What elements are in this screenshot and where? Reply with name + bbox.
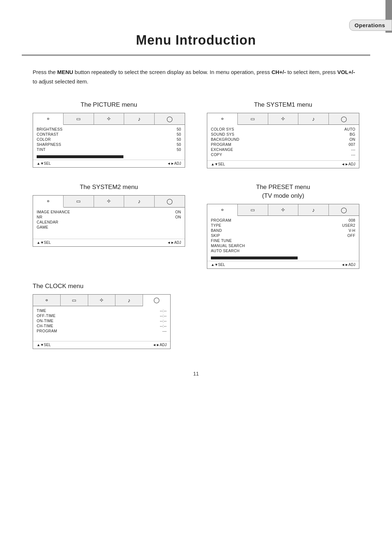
preset-icon-1: ▭ — [238, 204, 268, 216]
table-row: COLOR SYSAUTO — [211, 127, 355, 131]
picture-icon-3: ♪ — [124, 113, 155, 125]
table-row: PROGRAM008 — [211, 218, 355, 222]
operations-tab: Operations — [349, 20, 392, 31]
system2-sel-label: ▲▼SEL — [37, 241, 51, 245]
system1-menu-section: The SYSTEM1 menu ⚬ ▭ ✧ ♪ ◯ COLOR SYSAUTO… — [207, 100, 359, 168]
table-row: SHARPNESS50 — [37, 142, 181, 147]
system2-menu-title: The SYSTEM2 menu — [80, 183, 138, 192]
table-row: AUTO SEARCH — [211, 249, 355, 253]
table-row: COPY--- — [211, 152, 355, 157]
system2-menu-section: The SYSTEM2 menu ⚬ ▭ ✧ ♪ ◯ IMAGE ENHANCE… — [33, 183, 185, 269]
table-row: MANUAL SEARCH — [211, 243, 355, 248]
preset-menu-box: ⚬ ▭ ✧ ♪ ◯ PROGRAM008 TYPEUSER2 BANDV-H S… — [207, 204, 359, 269]
picture-icon-1: ▭ — [64, 113, 94, 125]
system2-menu-items: IMAGE ENHANCEON NRON CALENDAR GAME — [33, 208, 185, 231]
table-row: SOUND SYSBG — [211, 132, 355, 136]
picture-icon-4: ◯ — [155, 113, 185, 125]
menu-bold: MENU — [57, 69, 73, 75]
clock-menu-section: The CLOCK menu ⚬ ▭ ✧ ♪ ◯ TIME--:-- OFF-T… — [33, 282, 171, 349]
system1-menu-title: The SYSTEM1 menu — [254, 100, 313, 109]
vol-bold: VOL+/- — [337, 69, 355, 75]
table-row: GAME — [37, 225, 181, 229]
preset-adj-label: ◄►ADJ — [341, 263, 355, 267]
preset-sel-label: ▲▼SEL — [211, 263, 225, 267]
clock-menu-items: TIME--:-- OFF-TIME--:-- ON-TIME--:-- CH-… — [33, 306, 170, 335]
system1-sel-label: ▲▼SEL — [211, 162, 225, 166]
preset-icon-3: ♪ — [298, 204, 329, 216]
system2-menu-footer: ▲▼SEL ◄►ADJ — [33, 239, 185, 246]
system2-icon-0: ⚬ — [33, 196, 64, 208]
table-row: BACKGROUNDON — [211, 137, 355, 141]
table-row: PROGRAM--- — [37, 329, 167, 333]
system2-menu-box: ⚬ ▭ ✧ ♪ ◯ IMAGE ENHANCEON NRON CALENDAR … — [33, 195, 185, 247]
table-row: BANDV-H — [211, 228, 355, 233]
picture-icon-0: ⚬ — [33, 113, 64, 125]
picture-menu-box: ⚬ ▭ ✧ ♪ ◯ BRIGHTNESS50 CONTRAST50 COLOR5… — [33, 113, 185, 168]
intro-paragraph: Press the MENU button repeatedly to sele… — [33, 67, 359, 86]
system1-menu-items: COLOR SYSAUTO SOUND SYSBG BACKGROUNDON P… — [207, 125, 359, 159]
preset-progress-bar — [211, 257, 298, 259]
preset-icon-0: ⚬ — [207, 204, 238, 216]
system2-adj-label: ◄►ADJ — [167, 241, 181, 245]
title-divider — [22, 54, 370, 56]
system1-menu-footer: ▲▼SEL ◄►ADJ — [207, 160, 359, 168]
page-number: 11 — [0, 371, 392, 377]
picture-menu-section: The PICTURE menu ⚬ ▭ ✧ ♪ ◯ BRIGHTNESS50 … — [33, 100, 185, 168]
picture-menu-items: BRIGHTNESS50 CONTRAST50 COLOR50 SHARPNES… — [33, 125, 185, 154]
table-row: TYPEUSER2 — [211, 223, 355, 227]
clock-icon-4: ◯ — [143, 295, 170, 307]
system1-icon-4: ◯ — [329, 113, 359, 125]
table-row: CH-TIME--:-- — [37, 324, 167, 328]
system2-icon-4: ◯ — [155, 196, 185, 207]
preset-icon-2: ✧ — [268, 204, 299, 216]
picture-menu-footer: ▲▼SEL ◄►ADJ — [33, 160, 185, 167]
clock-menu-footer: ▲▼SEL ◄►ADJ — [33, 341, 170, 349]
table-row: PROGRAM007 — [211, 142, 355, 147]
clock-menu-box: ⚬ ▭ ✧ ♪ ◯ TIME--:-- OFF-TIME--:-- ON-TIM… — [33, 294, 171, 349]
table-row: FINE TUNE — [211, 238, 355, 243]
system1-menu-box: ⚬ ▭ ✧ ♪ ◯ COLOR SYSAUTO SOUND SYSBG BACK… — [207, 113, 359, 169]
clock-menu-title: The CLOCK menu — [33, 282, 83, 291]
preset-menu-title: The PRESET menu(TV mode only) — [256, 183, 310, 200]
clock-icon-0: ⚬ — [33, 295, 61, 306]
preset-progress-bar-row — [211, 257, 355, 259]
clock-icon-1: ▭ — [61, 295, 88, 306]
picture-progress-bar-row — [37, 155, 181, 158]
system2-icon-row: ⚬ ▭ ✧ ♪ ◯ — [33, 196, 185, 208]
clock-sel-label: ▲▼SEL — [37, 343, 51, 347]
table-row: COLOR50 — [37, 137, 181, 141]
picture-adj-label: ◄►ADJ — [167, 161, 181, 165]
picture-icon-2: ✧ — [94, 113, 124, 125]
picture-progress-bar — [37, 155, 123, 158]
picture-icon-row: ⚬ ▭ ✧ ♪ ◯ — [33, 113, 185, 125]
table-row: TIME--:-- — [37, 308, 167, 313]
system2-icon-3: ♪ — [124, 196, 155, 207]
preset-icon-4: ◯ — [329, 204, 359, 216]
system1-icon-2: ✧ — [268, 113, 299, 125]
system1-icon-1: ▭ — [238, 113, 268, 125]
system1-icon-row: ⚬ ▭ ✧ ♪ ◯ — [207, 113, 359, 125]
table-row: OFF-TIME--:-- — [37, 313, 167, 318]
clock-icon-3: ♪ — [115, 295, 143, 306]
preset-menu-section: The PRESET menu(TV mode only) ⚬ ▭ ✧ ♪ ◯ … — [207, 183, 359, 269]
table-row: ON-TIME--:-- — [37, 319, 167, 323]
clock-icon-row: ⚬ ▭ ✧ ♪ ◯ — [33, 295, 170, 306]
preset-menu-items: PROGRAM008 TYPEUSER2 BANDV-H SKIPOFF FIN… — [207, 216, 359, 255]
picture-sel-label: ▲▼SEL — [37, 161, 51, 165]
table-row: CONTRAST50 — [37, 132, 181, 136]
table-row: BRIGHTNESS50 — [37, 127, 181, 131]
table-row: CALENDAR — [37, 220, 181, 224]
preset-icon-row: ⚬ ▭ ✧ ♪ ◯ — [207, 204, 359, 216]
preset-menu-footer: ▲▼SEL ◄►ADJ — [207, 261, 359, 268]
table-row: TINT50 — [37, 147, 181, 152]
system2-icon-1: ▭ — [64, 196, 94, 207]
picture-menu-title: The PICTURE menu — [81, 100, 137, 109]
table-row: IMAGE ENHANCEON — [37, 210, 181, 214]
system1-icon-0: ⚬ — [207, 113, 238, 125]
page-title: Menu Introduction — [0, 33, 392, 48]
table-row: EXCHANGE--- — [211, 147, 355, 152]
menu-grid: The PICTURE menu ⚬ ▭ ✧ ♪ ◯ BRIGHTNESS50 … — [33, 100, 359, 269]
ch-bold: CH+/- — [271, 69, 286, 75]
system1-icon-3: ♪ — [298, 113, 329, 125]
operations-label: Operations — [349, 20, 392, 31]
